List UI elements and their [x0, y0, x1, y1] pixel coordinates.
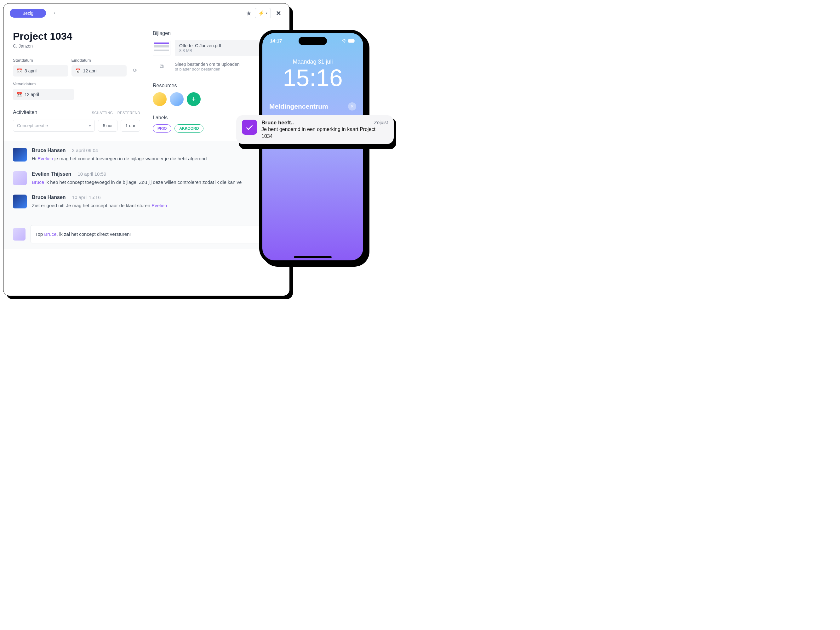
document-thumb-icon: [153, 41, 171, 55]
svg-rect-1: [355, 40, 355, 42]
mention: Evelien: [38, 156, 53, 161]
col-remaining-label: RESTEREND: [117, 111, 140, 115]
col-estimate-label: SCHATTING: [92, 111, 113, 115]
comment-item: Bruce Hansen 10 april 15:16 Ziet er goed…: [13, 195, 280, 209]
sync-icon[interactable]: ⟳: [130, 64, 140, 77]
project-owner: C. Janzen: [13, 43, 140, 49]
push-notification[interactable]: Bruce heeft.. Zojuist Je bent genoemd in…: [236, 115, 394, 144]
label-prio[interactable]: PRIO: [153, 124, 171, 132]
label-akkoord[interactable]: AKKOORD: [174, 124, 204, 132]
status-time: 14:17: [270, 38, 282, 43]
card-header: Bezig → ★ ⚡ ▾ ✕: [3, 3, 289, 23]
home-indicator: [294, 256, 332, 258]
upload-text-1: Sleep bestanden om te uploaden: [175, 62, 240, 67]
resource-avatar-1[interactable]: [153, 92, 167, 106]
comment-text: Bruce ik heb het concept toegevoegd in d…: [32, 179, 280, 186]
status-badge[interactable]: Bezig: [10, 9, 46, 17]
composer-input[interactable]: Top Bruce, ik zal het concept direct ver…: [30, 225, 280, 243]
comment-item: Evelien Thijssen 10 april 10:59 Bruce ik…: [13, 171, 280, 186]
resource-avatar-2[interactable]: [170, 92, 184, 106]
lightning-icon: ⚡: [258, 10, 265, 16]
estimate-input[interactable]: 6 uur: [98, 120, 117, 132]
project-title: Project 1034: [13, 30, 140, 42]
lock-time: 15:16: [262, 66, 363, 90]
comment-composer: Top Bruce, ik zal het concept direct ver…: [3, 221, 289, 249]
start-date-label: Startdatum: [13, 58, 68, 63]
due-date-label: Vervaldatum: [13, 82, 74, 86]
wifi-icon: [342, 39, 347, 43]
comment-author: Evelien Thijssen: [32, 171, 71, 177]
project-card: Bezig → ★ ⚡ ▾ ✕ Project 1034 C. Janzen S…: [3, 3, 290, 296]
dynamic-island: [298, 37, 327, 45]
comment-time: 10 april 15:16: [72, 195, 101, 200]
calendar-icon: 📅: [17, 92, 22, 97]
due-date-value: 12 april: [25, 92, 39, 97]
comment-avatar: [13, 171, 27, 185]
composer-text: Top Bruce, ik zal het concept direct ver…: [35, 232, 131, 237]
end-date-input[interactable]: 📅 12 april: [71, 65, 127, 77]
activities-title: Activiteiten: [13, 110, 37, 115]
calendar-icon: 📅: [75, 68, 81, 73]
notification-message: Je bent genoemd in een opmerking in kaar…: [261, 126, 388, 140]
chevron-down-icon: ▾: [89, 124, 91, 128]
start-date-input[interactable]: 📅 3 april: [13, 65, 68, 77]
actions-menu[interactable]: ⚡ ▾: [255, 8, 271, 18]
copy-icon: ⧉: [153, 63, 171, 70]
comment-text: Hi Evelien je mag het concept toevoegen …: [32, 155, 280, 162]
comment-time: 3 april 09:04: [72, 148, 98, 153]
battery-icon: [348, 39, 355, 43]
comment-author: Bruce Hansen: [32, 148, 66, 153]
comment-time: 10 april 10:59: [77, 171, 106, 177]
notification-title: Bruce heeft..: [261, 120, 294, 126]
notification-center-title: Meldingencentrum: [269, 102, 328, 110]
upload-text-2: of blader door bestanden: [175, 67, 240, 71]
mention: Bruce: [32, 180, 44, 185]
comments-section: Bruce Hansen 3 april 09:04 Hi Evelien je…: [3, 141, 289, 221]
due-date-input[interactable]: 📅 12 april: [13, 89, 74, 100]
composer-avatar: [13, 228, 25, 241]
end-date-label: Einddatum: [71, 58, 127, 63]
notification-center-close[interactable]: ✕: [348, 102, 356, 110]
comment-avatar: [13, 148, 27, 162]
attachments-title: Bijlagen: [153, 30, 280, 36]
mention: Bruce: [44, 232, 56, 237]
comment-text: Ziet er goed uit! Je mag het concept naa…: [32, 202, 280, 209]
close-icon[interactable]: ✕: [274, 9, 283, 17]
app-icon: [242, 120, 257, 135]
add-resource-button[interactable]: +: [187, 92, 201, 106]
calendar-icon: 📅: [17, 68, 22, 73]
chevron-down-icon: ▾: [266, 11, 267, 15]
comment-avatar: [13, 195, 27, 208]
star-icon[interactable]: ★: [246, 9, 252, 17]
end-date-value: 12 april: [83, 68, 98, 73]
mention: Evelien: [152, 203, 167, 208]
comment-author: Bruce Hansen: [32, 195, 66, 200]
svg-rect-0: [348, 39, 354, 42]
activity-placeholder: Concept creatie: [17, 123, 48, 128]
start-date-value: 3 april: [25, 68, 36, 73]
next-status-button[interactable]: →: [49, 9, 58, 17]
activity-select[interactable]: Concept creatie ▾: [13, 120, 95, 132]
notification-time: Zojuist: [374, 120, 388, 126]
remaining-input[interactable]: 1 uur: [121, 120, 140, 132]
comment-item: Bruce Hansen 3 april 09:04 Hi Evelien je…: [13, 148, 280, 162]
